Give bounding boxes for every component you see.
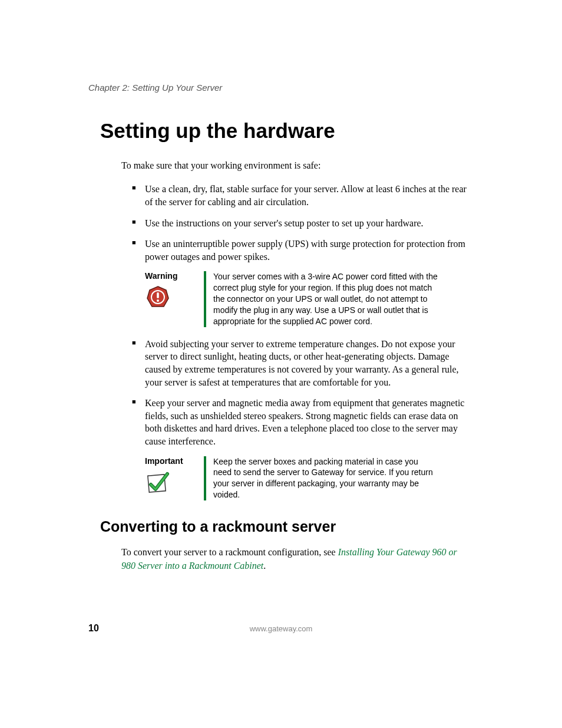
convert-prefix: To convert your server to a rackmount co… xyxy=(121,547,338,557)
list-item: Avoid subjecting your server to extreme … xyxy=(134,338,468,388)
page-footer: 10 www.gateway.com xyxy=(88,623,474,634)
warning-callout-left: Warning xyxy=(145,271,204,327)
warning-text: Your server comes with a 3-wire AC power… xyxy=(213,271,438,327)
warning-callout: Warning Your server comes with a 3-wire … xyxy=(145,271,438,327)
list-item: Use the instructions on your server's se… xyxy=(134,217,468,230)
page-number: 10 xyxy=(88,623,99,634)
important-label: Important xyxy=(145,456,183,466)
important-callout-left: Important xyxy=(145,456,204,501)
footer-url: www.gateway.com xyxy=(250,624,313,633)
warning-icon xyxy=(145,284,171,310)
svg-rect-2 xyxy=(157,292,159,298)
bullet-list-bottom: Avoid subjecting your server to extreme … xyxy=(134,338,468,448)
warning-label: Warning xyxy=(145,271,177,281)
svg-point-3 xyxy=(157,299,159,302)
page-title: Setting up the hardware xyxy=(100,119,474,143)
important-text: Keep the server boxes and packing materi… xyxy=(213,456,438,501)
chapter-header: Chapter 2: Setting Up Your Server xyxy=(88,83,474,93)
list-item: Use a clean, dry, flat, stable surface f… xyxy=(134,183,468,208)
intro-paragraph: To make sure that your working environme… xyxy=(121,159,474,172)
list-item: Use an uninterruptible power supply (UPS… xyxy=(134,238,468,263)
convert-suffix: . xyxy=(263,561,266,571)
callout-divider xyxy=(204,456,206,501)
callout-divider xyxy=(204,271,206,327)
list-item: Keep your server and magnetic media away… xyxy=(134,397,468,447)
checkmark-icon xyxy=(145,469,171,495)
convert-paragraph: To convert your server to a rackmount co… xyxy=(121,546,468,572)
important-callout: Important Keep the server boxes and pack… xyxy=(145,456,438,501)
bullet-list-top: Use a clean, dry, flat, stable surface f… xyxy=(134,183,468,263)
section-heading: Converting to a rackmount server xyxy=(100,518,474,535)
